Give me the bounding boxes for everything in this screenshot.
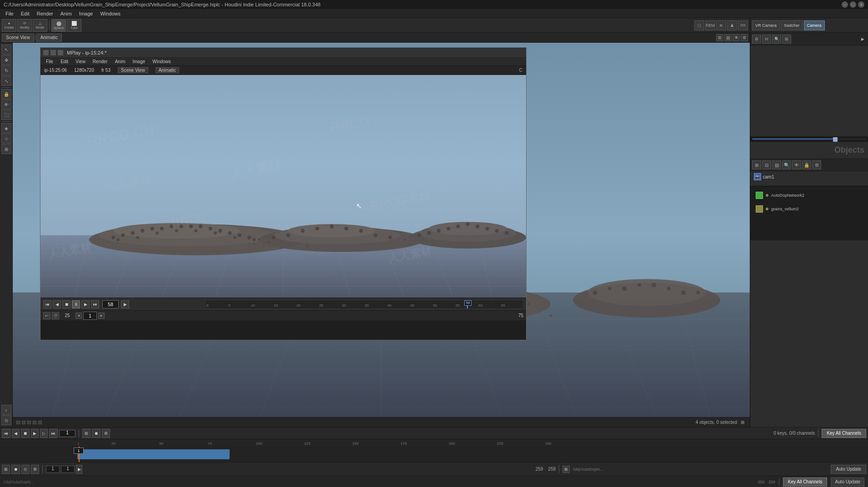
camera-tab[interactable]: Camera (804, 20, 825, 30)
mplay-animatic[interactable]: Animatic (156, 67, 179, 73)
rp-filter-icon[interactable]: ▤ (772, 160, 781, 169)
mplay-stop[interactable]: ⏹ (62, 300, 70, 308)
key-all-channels-btn[interactable]: Key All Channels (822, 429, 866, 438)
bc-icon5[interactable]: ⊞ (562, 466, 570, 473)
mplay-clock-icon[interactable]: ⏱ (52, 312, 59, 319)
handle-tool[interactable]: ◈ (1, 123, 11, 133)
tube-tool[interactable]: ⬜ Tube (67, 19, 81, 32)
mplay-scene-view[interactable]: Scene View (118, 67, 148, 73)
minimize-button[interactable]: ─ (842, 1, 848, 8)
select-tool[interactable]: ↖ (1, 45, 11, 55)
mplay-menu-anim[interactable]: Anim (111, 58, 129, 65)
mplay-menu-view[interactable]: View (72, 58, 89, 65)
create-tool[interactable]: ● Create (2, 19, 16, 32)
modify-tool[interactable]: ⟳ Modify (17, 19, 32, 32)
misc-tool2[interactable]: ⊙ (1, 415, 11, 425)
h-stop-btn[interactable]: ⏹ (21, 429, 30, 438)
vis-tool[interactable]: 👁 (1, 99, 11, 109)
rp-expand[interactable]: ▶ (859, 35, 866, 43)
anim-btn[interactable]: Animatic (36, 34, 62, 42)
snap-tool[interactable]: ⊹ (1, 134, 11, 144)
rp-add-icon[interactable]: ⊞ (752, 160, 761, 169)
mplay-prev-frame[interactable]: ◀ (53, 300, 61, 308)
auto-update-btn[interactable]: Auto Update (831, 465, 866, 474)
h-next-frame[interactable]: ▷ (40, 429, 48, 438)
h-skip-start[interactable]: ⏮ (2, 429, 10, 438)
mplay-menu-image[interactable]: Image (129, 58, 149, 65)
h-prev-frame[interactable]: ◀ (12, 429, 20, 438)
mplay-menu-windows[interactable]: Windows (149, 58, 175, 65)
h-icon3[interactable]: ⚙ (102, 429, 110, 438)
grains-vellum-node[interactable]: grains_vellum2 (754, 204, 864, 214)
menu-edit[interactable]: Edit (17, 10, 33, 18)
rp-settings-icon[interactable]: ⚙ (812, 160, 821, 169)
translate-tool[interactable]: ✥ (1, 55, 11, 65)
sphere-tool[interactable]: ⬤ Sphere (51, 19, 66, 32)
h-icon1[interactable]: ⊞ (82, 429, 90, 438)
rp-search-icon[interactable]: 🔍 (782, 160, 791, 169)
mplay-maximize[interactable] (50, 50, 56, 55)
rotate-tool[interactable]: ↻ (1, 65, 11, 75)
crowds-icon[interactable]: ♟ (727, 20, 737, 30)
frame-counter-display[interactable]: 1 (61, 466, 75, 473)
start-frame-input[interactable]: 1 (46, 466, 60, 473)
play-btn-bottom[interactable]: ▶ (76, 465, 82, 474)
auto-dop-node[interactable]: AutoDopNetwork2 (754, 190, 864, 201)
misc-tool[interactable]: ♪ (1, 405, 11, 415)
mplay-pause[interactable]: ⏸ (72, 300, 80, 308)
mplay-close[interactable] (58, 50, 63, 55)
mplay-menu-render[interactable]: Render (89, 58, 111, 65)
mplay-menu-file[interactable]: File (42, 58, 57, 65)
camera-node[interactable]: 📷 cam1 (750, 171, 868, 182)
mplay-skip-end[interactable]: ⏭ (91, 300, 99, 308)
small-icon-1[interactable]: ⊞ (716, 34, 723, 41)
h-skip-end[interactable]: ⏭ (49, 429, 58, 438)
mplay-loop-icon[interactable]: ↩ (43, 312, 50, 319)
rp-icon-4[interactable]: ⊞ (782, 35, 791, 44)
lock-tool[interactable]: 🔒 (1, 89, 11, 99)
rp-grid-icon[interactable]: ⊟ (762, 160, 771, 169)
rp-icon-2[interactable]: H (762, 35, 771, 44)
scene-view-btn[interactable]: Scene View (2, 34, 34, 42)
menu-anim[interactable]: Anim (57, 10, 75, 18)
maximize-button[interactable]: □ (850, 1, 856, 8)
close-button[interactable]: ✕ (858, 1, 864, 8)
key-all-channels-bottom-btn[interactable]: Key All Channels (783, 477, 828, 487)
auto-update-bottom-btn[interactable]: Auto Update (831, 477, 864, 487)
menu-file[interactable]: File (2, 10, 17, 18)
bc-icon3[interactable]: ⊙ (21, 465, 30, 474)
primitives-icon[interactable]: ⬡ (694, 20, 704, 30)
bc-icon4[interactable]: ⚙ (31, 465, 39, 474)
mplay-frame-num[interactable]: 1 (83, 312, 97, 320)
h-icon2[interactable]: ⏺ (92, 429, 100, 438)
rp-icon-1[interactable]: ⚙ (752, 35, 761, 44)
small-icon-2[interactable]: ▤ (724, 34, 732, 41)
h-frame-input[interactable]: 1 (59, 430, 75, 437)
small-icon-4[interactable]: ⚙ (741, 34, 748, 41)
mplay-minimize[interactable] (43, 50, 49, 55)
mplay-skip-start[interactable]: ⏮ (43, 300, 51, 308)
rp-eye-icon[interactable]: 👁 (792, 160, 801, 169)
rp-icon-3[interactable]: 🔍 (772, 35, 781, 44)
bc-icon2[interactable]: ⏺ (11, 465, 20, 474)
h-play-btn[interactable]: ▶ (31, 429, 39, 438)
mplay-next-frame2[interactable]: ▸ (98, 313, 105, 319)
mplay-play[interactable]: ▶ (81, 300, 90, 308)
status-expand-icon[interactable]: ⊞ (739, 419, 746, 426)
rp-lock-icon[interactable]: 🔒 (802, 160, 811, 169)
small-icon-3[interactable]: 👁 (733, 34, 740, 41)
bc-icon1[interactable]: ⊞ (2, 465, 10, 474)
vr-camera-tab[interactable]: VR Camera (752, 20, 780, 30)
scale-tool[interactable]: ⤡ (1, 76, 11, 86)
menu-render[interactable]: Render (33, 10, 57, 18)
mplay-frame-input[interactable]: 58 (102, 300, 119, 308)
switcher-tab[interactable]: Switcher (781, 20, 803, 30)
render-tool[interactable]: ⬛ (1, 110, 11, 120)
menu-image[interactable]: Image (75, 10, 97, 18)
mplay-menu-edit[interactable]: Edit (57, 58, 72, 65)
drive-sim-icon[interactable]: DS (738, 20, 748, 30)
wires-icon[interactable]: ≋ (716, 20, 726, 30)
mplay-prev-frame2[interactable]: ◂ (75, 313, 82, 319)
rem-icon[interactable]: FEM (705, 20, 715, 30)
anim-tool2[interactable]: ⊞ (1, 144, 11, 154)
